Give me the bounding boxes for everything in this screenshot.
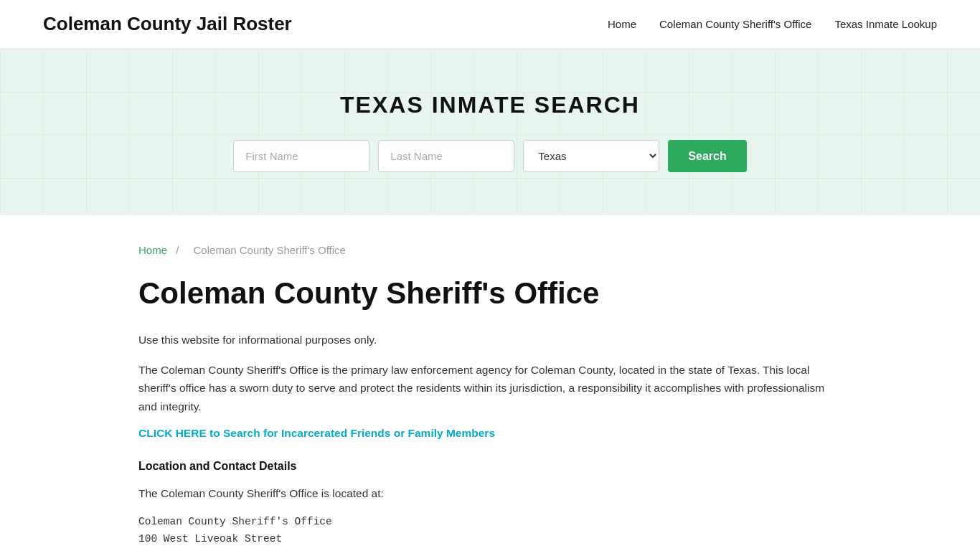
breadcrumb-separator: / <box>176 244 179 256</box>
site-header: Coleman County Jail Roster Home Coleman … <box>0 0 980 49</box>
main-content: Home / Coleman County Sheriff's Office C… <box>95 215 885 551</box>
first-name-input[interactable] <box>233 140 369 172</box>
breadcrumb-home[interactable]: Home <box>138 244 167 256</box>
state-select[interactable]: Texas Alabama Alaska Arizona Arkansas Ca… <box>523 140 659 172</box>
search-form: Texas Alabama Alaska Arizona Arkansas Ca… <box>14 140 966 172</box>
hero-title: TEXAS INMATE SEARCH <box>14 92 966 118</box>
location-heading: Location and Contact Details <box>138 460 842 473</box>
intro-paragraph-2: The Coleman County Sheriff's Office is t… <box>138 361 842 416</box>
address-line-2: 100 West Liveoak Street <box>138 530 842 548</box>
hero-section: TEXAS INMATE SEARCH Texas Alabama Alaska… <box>0 49 980 215</box>
last-name-input[interactable] <box>378 140 514 172</box>
nav-sheriffs-office[interactable]: Coleman County Sheriff's Office <box>659 18 811 30</box>
location-intro: The Coleman County Sheriff's Office is l… <box>138 484 842 503</box>
intro-paragraph-1: Use this website for informational purpo… <box>138 331 842 349</box>
address-block: Coleman County Sheriff's Office 100 West… <box>138 513 842 548</box>
page-title: Coleman County Sheriff's Office <box>138 276 842 311</box>
main-nav: Home Coleman County Sheriff's Office Tex… <box>608 18 937 30</box>
address-line-1: Coleman County Sheriff's Office <box>138 513 842 531</box>
site-title[interactable]: Coleman County Jail Roster <box>43 13 292 35</box>
search-button[interactable]: Search <box>668 140 746 172</box>
cta-search-link[interactable]: CLICK HERE to Search for Incarcerated Fr… <box>138 427 495 440</box>
nav-home[interactable]: Home <box>608 18 636 30</box>
nav-inmate-lookup[interactable]: Texas Inmate Lookup <box>834 18 937 30</box>
breadcrumb-current: Coleman County Sheriff's Office <box>194 244 346 256</box>
breadcrumb: Home / Coleman County Sheriff's Office <box>138 244 842 256</box>
